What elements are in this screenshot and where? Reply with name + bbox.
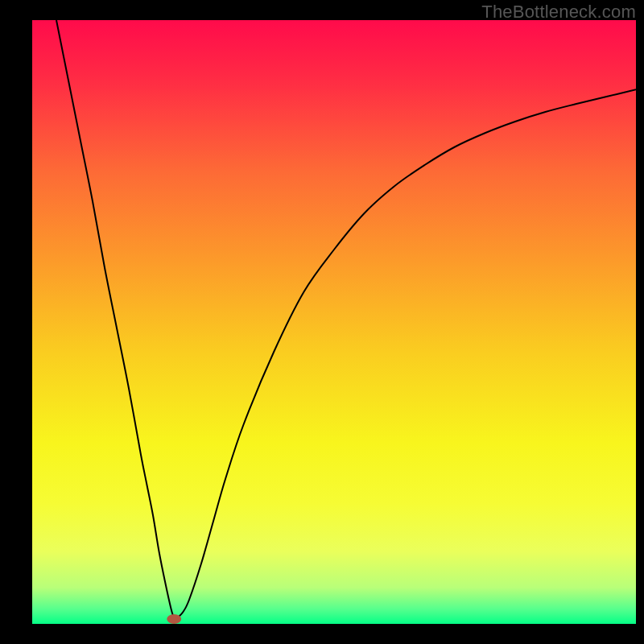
chart-frame: TheBottleneck.com xyxy=(0,0,644,644)
bottleneck-chart xyxy=(32,20,636,624)
watermark-text: TheBottleneck.com xyxy=(481,2,636,23)
plot-background xyxy=(32,20,636,624)
optimal-point-marker xyxy=(167,614,181,624)
